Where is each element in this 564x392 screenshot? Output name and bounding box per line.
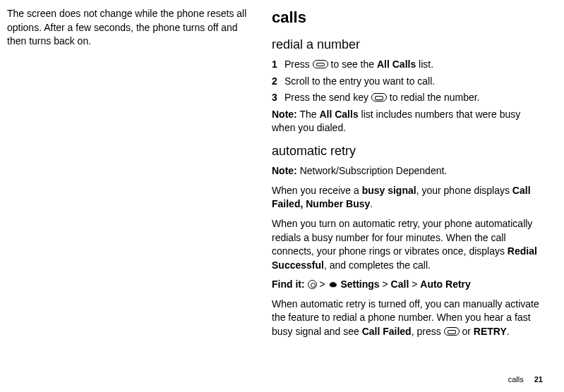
step-text: Scroll to the entry you want to call. [284, 75, 543, 89]
text: When you turn on automatic retry, your p… [272, 218, 532, 257]
step-row: 1 Press to see the All Calls list. [272, 58, 543, 72]
step-text: Press the send key to redial the number. [284, 91, 543, 105]
section-heading-calls: calls [272, 7, 543, 29]
subheading-automatic-retry: automatic retry [272, 142, 543, 160]
text: , your phone displays [416, 185, 512, 196]
step-text: Press to see the All Calls list. [284, 58, 543, 72]
step-number: 2 [272, 75, 284, 89]
menu-path-item: Auto Retry [420, 278, 471, 290]
step-row: 2 Scroll to the entry you want to call. [272, 75, 543, 89]
separator: > [317, 278, 328, 290]
text: to redial the number. [387, 92, 480, 103]
menu-path-item: Call [391, 278, 409, 290]
separator: > [409, 278, 420, 290]
paragraph: When automatic retry is turned off, you … [272, 298, 543, 339]
text: list. [416, 59, 433, 70]
note-label: Note: [272, 165, 297, 176]
bold-text: busy signal [362, 185, 416, 196]
text: . [370, 198, 373, 209]
paragraph: When you receive a busy signal, your pho… [272, 184, 543, 212]
step-number: 3 [272, 91, 284, 105]
key-icon [371, 93, 387, 102]
paragraph: When you turn on automatic retry, your p… [272, 217, 543, 272]
gear-icon [328, 279, 338, 289]
text: , press [412, 326, 444, 337]
key-icon [444, 327, 460, 336]
text: The [297, 109, 320, 120]
text: Press the send key [284, 92, 371, 103]
step-row: 3 Press the send key to redial the numbe… [272, 91, 543, 105]
step-number: 1 [272, 58, 284, 72]
find-it-label: Find it: [272, 278, 308, 290]
text: . [507, 326, 510, 337]
bold-text: All Calls [377, 59, 416, 70]
bold-text: Call Failed [362, 326, 412, 337]
find-it-paragraph: Find it: > Settings > Call > Auto Retry [272, 278, 543, 292]
note-paragraph: Note: Network/Subscription Dependent. [272, 164, 543, 178]
key-icon [313, 60, 328, 68]
text: , and completes the call. [324, 259, 431, 271]
page-number: 21 [534, 375, 543, 384]
page-footer: calls 21 [508, 374, 543, 385]
text: Network/Subscription Dependent. [297, 165, 447, 176]
text: When you receive a [272, 185, 362, 196]
footer-section: calls [508, 375, 524, 384]
menu-path-item: Settings [340, 278, 379, 290]
note-label: Note: [272, 109, 297, 120]
left-paragraph: The screen does not change while the pho… [7, 7, 251, 49]
bold-text: All Calls [319, 109, 358, 120]
center-key-icon [308, 280, 317, 289]
separator: > [380, 278, 391, 290]
bold-text: RETRY [474, 326, 507, 337]
text: to see the [328, 59, 377, 70]
subheading-redial: redial a number [272, 36, 543, 54]
text: or [460, 326, 474, 337]
note-paragraph: Note: The All Calls list includes number… [272, 108, 543, 135]
text: Press [284, 59, 313, 70]
